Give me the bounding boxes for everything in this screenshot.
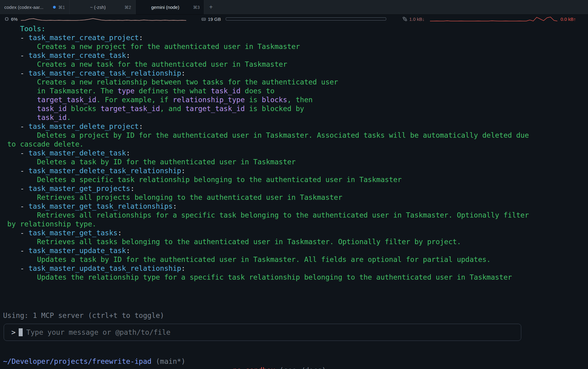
- terminal-line: to cascade delete.: [3, 140, 588, 149]
- tab-gemini[interactable]: gemini (node) ⌘3: [136, 0, 204, 14]
- memory-icon: [201, 17, 206, 21]
- terminal-line: - task_master_create_task:: [3, 51, 588, 60]
- network-graph: [430, 16, 557, 22]
- tab-title: codex (codex-aar...: [4, 5, 51, 10]
- terminal-line: in Taskmaster. The type defines the what…: [3, 87, 588, 95]
- terminal-line: - task_master_get_task_relationships:: [3, 202, 588, 211]
- terminal-line: Retrieves all projects belonging to the …: [3, 193, 588, 202]
- system-status-bar: 6% 19 GB 1.0 kB↓ 0.0 kB↑: [0, 15, 588, 23]
- session-status-line: ~/Developer/projects/freewrite-ipad (mai…: [0, 348, 588, 357]
- terminal-line: - task_master_create_task_relationship:: [3, 69, 588, 78]
- status-left: ~/Developer/projects/freewrite-ipad (mai…: [3, 357, 185, 366]
- input-placeholder: Type your message or @path/to/file: [26, 328, 171, 336]
- tab-shortcut: ⌘2: [124, 5, 131, 10]
- tab-zsh[interactable]: ~ (-zsh) ⌘2: [70, 0, 136, 14]
- git-branch: (main*): [152, 357, 186, 365]
- terminal-line: Retrieves all tasks belonging to the aut…: [3, 237, 588, 246]
- memory-bar: [226, 17, 386, 20]
- terminal-line: - task_master_get_projects:: [3, 184, 588, 193]
- terminal-line: by relationship type.: [3, 220, 588, 229]
- terminal-line: Creates a new task for the authenticated…: [3, 60, 588, 69]
- terminal-line: - task_master_delete_task_relationship:: [3, 166, 588, 175]
- network-up: 0.0 kB↑: [560, 17, 576, 22]
- tab-codex[interactable]: codex (codex-aar... ⌘1: [0, 0, 70, 14]
- terminal-line: task_id blocks target_task_id, and targe…: [3, 104, 588, 113]
- cpu-graph: [21, 16, 186, 22]
- tab-shortcut: ⌘1: [58, 5, 65, 10]
- terminal-line: - task_master_create_project:: [3, 33, 588, 42]
- terminal-line: Creates a new project for the authentica…: [3, 42, 588, 51]
- activity-dot-icon: [53, 6, 56, 9]
- prompt-symbol: >: [11, 328, 16, 336]
- text-cursor-icon: [19, 328, 23, 336]
- terminal-line: Tools:: [3, 24, 588, 33]
- tab-title: ~ (-zsh): [74, 5, 122, 10]
- tab-title: gemini (node): [140, 5, 190, 10]
- sandbox-docs-hint: (see /docs): [275, 366, 326, 369]
- working-directory: ~/Developer/projects/freewrite-ipad: [3, 357, 152, 365]
- tab-bar: codex (codex-aar... ⌘1 ~ (-zsh) ⌘2 gemin…: [0, 0, 588, 15]
- network-icon: [402, 17, 407, 21]
- terminal-output: Tools: - task_master_create_project: Cre…: [0, 23, 588, 282]
- terminal-line: Deletes a specific task relationship bel…: [3, 175, 588, 184]
- terminal-line: Deletes a task by ID for the authenticat…: [3, 158, 588, 166]
- terminal-window: codex (codex-aar... ⌘1 ~ (-zsh) ⌘2 gemin…: [0, 0, 588, 369]
- terminal-line: target_task_id. For example, if relation…: [3, 95, 588, 104]
- status-center: no sandbox (see /docs): [233, 366, 326, 369]
- message-input[interactable]: > Type your message or @path/to/file: [4, 324, 521, 341]
- terminal-line: - task_master_delete_project:: [3, 122, 588, 131]
- terminal-line: Creates a new relationship between two t…: [3, 78, 588, 87]
- cpu-usage: 6%: [11, 17, 18, 22]
- memory-usage: 19 GB: [208, 17, 221, 22]
- terminal-line: Deletes a project by ID for the authenti…: [3, 131, 588, 140]
- terminal-line: - task_master_update_task_relationship:: [3, 264, 588, 273]
- network-down: 1.0 kB↓: [409, 17, 424, 22]
- mcp-status: Using: 1 MCP server (ctrl+t to toggle): [3, 311, 588, 320]
- terminal-line: - task_master_get_tasks:: [3, 229, 588, 237]
- terminal-line: Updates a task by ID for the authenticat…: [3, 255, 588, 264]
- terminal-line: task_id.: [3, 113, 588, 122]
- tab-shortcut: ⌘3: [193, 5, 200, 10]
- new-tab-button[interactable]: +: [204, 0, 218, 14]
- sandbox-status: no sandbox: [233, 366, 275, 369]
- terminal-line: - task_master_update_task:: [3, 246, 588, 255]
- terminal-line: - task_master_delete_task:: [3, 149, 588, 158]
- terminal-line: Updates the relationship type for a spec…: [3, 273, 588, 282]
- cpu-icon: [4, 17, 9, 21]
- terminal-line: Retrieves all relationships for a specif…: [3, 211, 588, 220]
